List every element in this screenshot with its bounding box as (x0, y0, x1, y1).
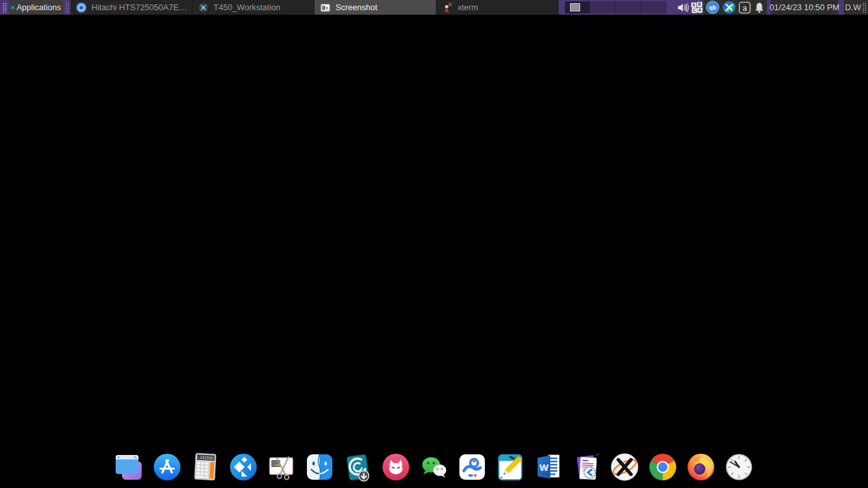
panel-drag-handle-left[interactable] (0, 0, 9, 15)
svg-text:W: W (539, 462, 549, 473)
dock-baidu-netdisk[interactable] (457, 452, 487, 482)
handle-dots-icon (65, 2, 69, 13)
screen: Applications Hitachi HTS725050A7E630… (0, 0, 868, 488)
user-name: D.W (845, 3, 861, 12)
documents-stamp-icon (571, 452, 602, 482)
svg-text:a: a (743, 3, 747, 12)
bittorrent-icon (342, 452, 373, 482)
dock: 3.141592 (0, 452, 868, 482)
workspace-pager[interactable] (565, 0, 667, 15)
svg-text:C: C (693, 8, 696, 13)
dock-calculator[interactable]: 3.141592 (190, 452, 220, 482)
windows-preview-icon (114, 452, 144, 482)
clock[interactable]: 01/24/23 10:50 PM (771, 0, 838, 15)
panel-spacer (667, 0, 675, 15)
workspace-3[interactable] (616, 1, 641, 13)
panel-separator-handle[interactable] (64, 0, 71, 15)
x-app-tray-button[interactable] (722, 1, 736, 14)
chrome-icon (648, 452, 678, 482)
taskbar-item-disks[interactable]: Hitachi HTS725050A7E630… (71, 0, 193, 15)
taskbar-item-label: Hitachi HTS725050A7E630… (92, 3, 188, 12)
word-icon: W (533, 452, 564, 482)
baidu-netdisk-icon (457, 452, 487, 482)
workspace-2[interactable] (590, 1, 616, 13)
user-actions[interactable]: D.W (844, 0, 868, 15)
applications-menu-button[interactable]: Applications (9, 0, 64, 15)
workspace-1[interactable] (565, 1, 590, 13)
dock-documents-stamp[interactable] (571, 452, 602, 482)
svg-text:qb: qb (709, 4, 716, 11)
panel-drag-handle-right[interactable] (862, 3, 867, 13)
wechat-icon (419, 452, 449, 482)
app-store-icon (152, 452, 182, 482)
svg-text:A: A (692, 3, 695, 7)
dock-grab-screenshot[interactable] (266, 452, 297, 482)
dock-analog-clock[interactable] (724, 452, 754, 482)
panel-spacer (838, 0, 844, 15)
svg-text:B: B (698, 2, 701, 6)
autokey-tray-button[interactable]: a (738, 1, 751, 14)
dock-word[interactable]: W (533, 452, 564, 482)
desktop-background (0, 16, 868, 445)
window-taskbar: Hitachi HTS725050A7E630… T450_Workstatio… (71, 0, 559, 15)
notifications-bell-icon (754, 2, 764, 13)
kodi-icon (228, 452, 259, 482)
x-app-icon (722, 1, 736, 14)
svg-text:A: A (698, 8, 702, 12)
dock-devil-face-app[interactable] (381, 452, 411, 482)
panel-spacer (559, 0, 565, 15)
taskbar-item-xterm[interactable]: xterm (437, 0, 559, 15)
calculator-icon: 3.141592 (190, 452, 220, 482)
analog-clock-icon (724, 452, 754, 482)
disks-icon (76, 2, 87, 13)
dock-bittorrent[interactable] (342, 452, 373, 482)
taskbar-item-label: xterm (458, 3, 478, 12)
firefox-icon (686, 452, 716, 482)
taskbar-item-label: Screenshot (336, 3, 377, 12)
volume-icon (677, 3, 689, 13)
applications-icon (11, 3, 15, 13)
top-panel: Applications Hitachi HTS725050A7E630… (0, 0, 868, 15)
autokey-icon: a (738, 1, 751, 14)
taskbar-item-t450-workstation[interactable]: T450_Workstation (193, 0, 315, 15)
workspace-4[interactable] (641, 1, 667, 13)
applications-label: Applications (17, 3, 61, 12)
screenshot-icon (320, 2, 331, 13)
taskbar-item-label: T450_Workstation (214, 3, 280, 12)
dock-windows-preview[interactable] (114, 452, 144, 482)
system-tray: qb a (703, 0, 767, 15)
notes-editor-icon (495, 452, 526, 482)
grip-dots-icon (3, 3, 7, 13)
dock-kodi[interactable] (228, 452, 259, 482)
volume-button[interactable] (675, 0, 689, 15)
dock-chrome[interactable] (648, 452, 678, 482)
grab-screenshot-icon (266, 452, 297, 482)
devil-face-app-icon (381, 452, 411, 482)
dock-wechat[interactable] (419, 452, 449, 482)
finder-icon (304, 452, 335, 482)
keyboard-layout-icon: A B C A (691, 1, 703, 13)
notifications-tray-button[interactable] (754, 2, 764, 13)
clock-text: 01/24/23 10:50 PM (770, 3, 839, 12)
keyboard-layout-button[interactable]: A B C A (689, 0, 703, 15)
dock-notes-editor[interactable] (495, 452, 526, 482)
dock-xorg[interactable] (609, 452, 640, 482)
dock-app-store[interactable] (152, 452, 182, 482)
xterm-icon (442, 2, 453, 13)
vm-icon (198, 2, 209, 13)
qbittorrent-icon: qb (706, 1, 719, 14)
workspace-window-preview (570, 3, 580, 11)
taskbar-item-screenshot[interactable]: Screenshot (315, 0, 437, 15)
xorg-icon (609, 452, 640, 482)
qbittorrent-tray-button[interactable]: qb (706, 1, 719, 14)
dock-firefox[interactable] (686, 452, 716, 482)
dock-finder[interactable] (304, 452, 335, 482)
